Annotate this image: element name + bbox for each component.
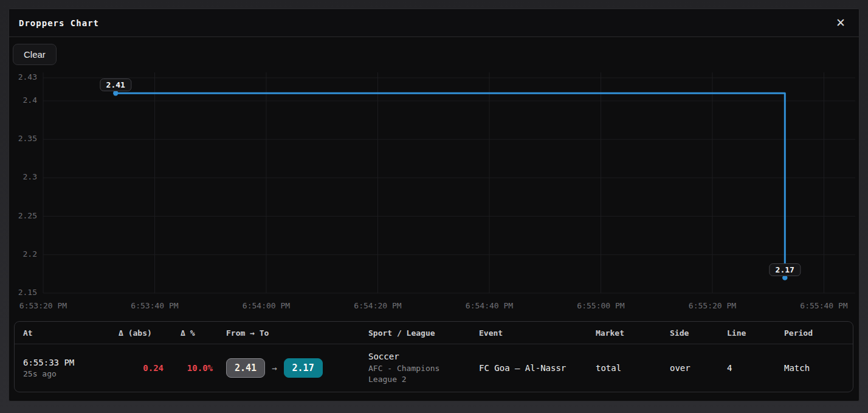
cell-sport-league: Soccer AFC - Champions League 2 [360, 352, 470, 385]
cell-side: over [661, 363, 718, 373]
column-header-delta-abs: Δ (abs) [110, 328, 172, 338]
x-tick-label: 6:55:20 PM [679, 301, 746, 310]
modal-body: Clear 2.432.42.352.32.252.22.156:53:20 P… [9, 37, 859, 401]
data-point [113, 91, 118, 95]
data-point [782, 275, 787, 280]
cell-at: 6:55:33 PM 25s ago [15, 358, 110, 378]
droppers-table: At Δ (abs) Δ % From → To Sport / League … [14, 321, 853, 392]
y-tick-label: 2.2 [10, 249, 37, 259]
x-tick-label: 6:55:00 PM [568, 301, 635, 310]
y-tick-label: 2.3 [10, 172, 37, 181]
cell-market: total [587, 363, 661, 373]
column-header-sport-league: Sport / League [360, 328, 470, 338]
column-header-event: Event [470, 328, 587, 338]
drop-time: 6:55:33 PM [23, 358, 110, 367]
arrow-right-icon: → [272, 363, 277, 373]
cell-event: FC Goa — Al-Nassr [470, 363, 587, 373]
x-tick-label: 6:55:40 PM [791, 301, 858, 310]
x-tick-label: 6:54:00 PM [233, 301, 300, 310]
x-tick-label: 6:54:20 PM [345, 301, 412, 310]
column-header-at: At [15, 328, 110, 338]
column-header-side: Side [661, 328, 718, 338]
column-header-from-to: From → To [218, 328, 360, 338]
y-tick-label: 2.4 [10, 95, 37, 105]
cell-delta-pct: 10.0% [172, 363, 218, 373]
drop-time-ago: 25s ago [23, 369, 110, 378]
clear-button[interactable]: Clear [13, 44, 57, 65]
cell-line: 4 [718, 363, 776, 373]
sport-name: Soccer [368, 352, 470, 361]
column-header-market: Market [587, 328, 661, 338]
x-tick-label: 6:53:20 PM [10, 301, 77, 310]
league-name: AFC - Champions League 2 [368, 363, 466, 385]
point-value-badge: 2.41 [100, 78, 131, 91]
column-header-period: Period [776, 328, 853, 338]
y-tick-label: 2.35 [10, 134, 37, 143]
modal-header: Droppers Chart ✕ [9, 9, 859, 37]
cell-period: Match [776, 363, 853, 373]
column-header-delta-pct: Δ % [172, 328, 218, 338]
app-background: Droppers Chart ✕ Clear 2.432.42.352.32.2… [0, 0, 868, 413]
table-row[interactable]: 6:55:33 PM 25s ago 0.24 10.0% 2.41 → 2.1… [15, 344, 853, 392]
modal-title: Droppers Chart [19, 18, 99, 28]
table-header-row: At Δ (abs) Δ % From → To Sport / League … [15, 322, 853, 344]
y-tick-label: 2.15 [10, 288, 37, 297]
column-header-line: Line [718, 328, 776, 338]
from-odds-badge: 2.41 [226, 358, 265, 378]
droppers-chart-modal: Droppers Chart ✕ Clear 2.432.42.352.32.2… [9, 9, 859, 401]
point-value-badge: 2.17 [770, 263, 801, 276]
cell-delta-abs: 0.24 [110, 363, 172, 373]
close-icon[interactable]: ✕ [836, 17, 846, 29]
x-tick-label: 6:53:40 PM [122, 301, 188, 310]
cell-from-to: 2.41 → 2.17 [218, 358, 360, 378]
series-line [115, 93, 785, 277]
x-tick-label: 6:54:40 PM [456, 301, 523, 310]
to-odds-badge: 2.17 [284, 358, 323, 378]
y-tick-label: 2.25 [10, 211, 37, 220]
y-tick-label: 2.43 [10, 72, 37, 82]
